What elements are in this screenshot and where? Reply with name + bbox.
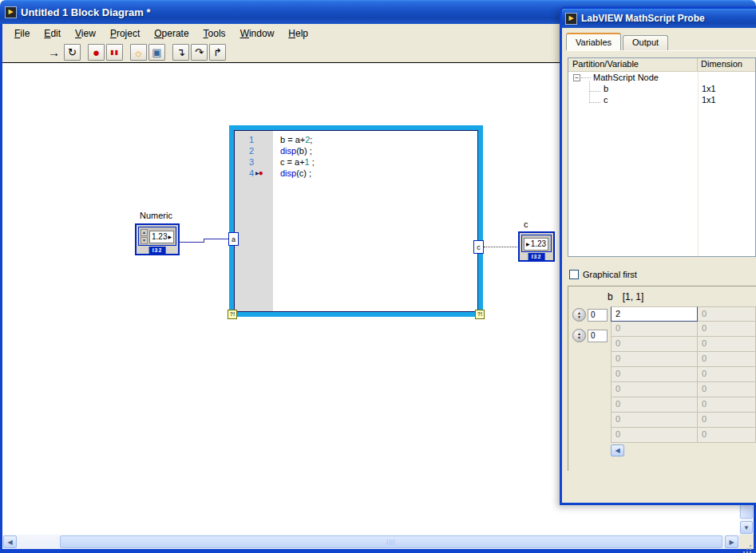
array-row: 0 0 [611,428,756,443]
indicator-type-label: I32 [528,253,545,260]
step-out-button[interactable]: ↱ [209,44,226,61]
array-cell[interactable]: 0 [698,337,756,352]
radix-triangle-icon: ▶ [526,242,530,247]
pause-button[interactable]: ▮▮ [106,44,123,61]
resize-grip[interactable] [739,535,754,549]
tree-header: Partition/Variable Dimension [568,58,755,72]
array-cell[interactable]: 0 [698,382,756,397]
menu-item[interactable]: Help [281,26,315,41]
index-value-column[interactable]: 0 [588,330,608,342]
run-button[interactable]: → [46,44,62,61]
array-cell[interactable]: 0 [698,352,756,367]
array-row: 0 0 [611,352,756,367]
indicator-c[interactable]: ▶ 1.23 I32 [518,231,555,262]
index-spinner-column[interactable]: ▲▼ 0 [572,329,608,342]
step-into-button[interactable]: ↴ [172,44,189,61]
step-over-button[interactable]: ↷ [191,44,208,61]
horizontal-scrollbar[interactable]: ◀ ▶ [2,535,739,549]
screen: ▶ Untitled 1 Block Diagram * FileEditVie… [0,0,756,553]
menu-item[interactable]: Window [233,26,282,41]
spinner-icon[interactable]: ▲▼ [572,329,586,342]
code-line[interactable]: 1 b = a+2; [235,134,477,145]
probe-body: Variables Output Partition/Variable Dime… [562,28,756,503]
array-scroll-left-icon[interactable]: ◀ [611,444,624,456]
mathscript-node[interactable]: 1 b = a+2; 2 disp(b) ; 3 c = a+1 [229,125,483,317]
menu-item[interactable]: View [68,26,103,41]
indicator-label[interactable]: c [524,219,528,229]
menu-item[interactable]: Operate [147,26,196,41]
menu-item[interactable]: File [7,26,37,41]
numeric-increment-decrement[interactable]: ▲ ▼ [141,229,148,244]
array-cell[interactable]: 0 [698,397,756,413]
horizontal-scrollbar-thumb[interactable] [60,535,722,548]
array-cell[interactable]: 0 [611,397,698,413]
menu-item[interactable]: Project [103,26,147,41]
array-caption: b[1, 1] [608,291,643,302]
scroll-right-icon[interactable]: ▶ [725,535,738,548]
array-cell[interactable]: 0 [698,428,756,443]
indicator-value-field: ▶ 1.23 [524,238,548,251]
checkbox-box[interactable] [569,270,579,279]
tree-header-partition[interactable]: Partition/Variable [568,58,698,71]
tab-output[interactable]: Output [623,35,668,50]
numeric-control-value-field[interactable]: 1.23 ▶ [149,231,174,243]
mathscript-probe-window: ▶ LabVIEW MathScript Probe Variables Out… [560,6,756,505]
menu-item[interactable]: Edit [37,26,68,41]
mathscript-code[interactable]: 1 b = a+2; 2 disp(b) ; 3 c = a+1 [235,134,477,179]
array-cell[interactable]: 2 [611,306,698,322]
input-terminal-a[interactable]: a [228,232,239,246]
collapse-icon[interactable]: − [573,74,580,81]
labview-app-icon: ▶ [5,6,17,18]
array-cell[interactable]: 0 [698,413,756,428]
array-cell[interactable]: 0 [611,352,698,367]
wire-c[interactable] [484,247,519,247]
array-cell[interactable]: 0 [698,367,756,382]
array-cell[interactable]: 0 [611,382,698,397]
scroll-left-icon[interactable]: ◀ [3,535,17,548]
numeric-control[interactable]: ▲ ▼ 1.23 ▶ I32 [135,223,180,255]
array-row: 0 0 [611,322,756,337]
menu-item[interactable]: Tools [196,26,233,41]
tree-row-c[interactable]: c 1x1 [568,94,755,105]
increment-icon[interactable]: ▲ [141,229,148,236]
array-cell[interactable]: 0 [698,322,756,337]
array-cell[interactable]: 0 [611,428,698,443]
spinner-icon[interactable]: ▲▼ [572,308,586,322]
decrement-icon[interactable]: ▼ [141,237,148,244]
abort-button[interactable]: ● [88,44,105,61]
index-spinner-row[interactable]: ▲▼ 0 [572,308,608,322]
array-cell[interactable]: 0 [611,322,698,337]
numeric-control-type-label: I32 [149,247,166,254]
numeric-control-label[interactable]: Numeric [140,211,172,220]
array-grid: 2 0 0 0 0 0 0 0 0 0 0 [611,306,756,443]
array-row: 0 0 [611,367,756,382]
labview-app-icon: ▶ [565,13,577,25]
array-row: 0 0 [611,337,756,352]
retain-wire-values-button[interactable]: ▣ [148,44,165,61]
array-index-caption: [1, 1] [623,291,644,302]
array-cell[interactable]: 0 [698,306,756,322]
output-terminal-c[interactable]: c [473,240,484,254]
node-warning-badge: ?! [475,310,485,319]
tree-header-dimension[interactable]: Dimension [698,58,755,71]
array-row: 0 0 [611,382,756,397]
code-line[interactable]: 3 c = a+1 ; [235,156,477,168]
scroll-down-icon[interactable]: ▼ [740,521,753,534]
breakpoint-icon[interactable]: ● [259,169,263,177]
node-warning-badge: ?! [228,310,237,319]
graphical-first-checkbox[interactable]: Graphical first [569,270,637,279]
code-line[interactable]: 4 ▶ ● disp(c) ; [235,168,477,179]
run-continuous-button[interactable]: ↻ [64,44,81,61]
array-row: 2 0 [611,306,756,322]
array-cell[interactable]: 0 [611,413,698,428]
probe-titlebar[interactable]: ▶ LabVIEW MathScript Probe [562,9,756,28]
array-cell[interactable]: 0 [611,367,698,382]
variables-tree[interactable]: Partition/Variable Dimension − MathScrip… [568,57,756,257]
array-cell[interactable]: 0 [611,337,698,352]
highlight-execution-button[interactable]: ☼ [130,44,147,61]
code-line[interactable]: 2 disp(b) ; [235,145,477,156]
tab-variables[interactable]: Variables [566,33,621,50]
array-scrollbar[interactable]: ◀ [611,444,756,457]
index-value-row[interactable]: 0 [588,309,608,322]
array-variable-name: b [608,291,613,302]
